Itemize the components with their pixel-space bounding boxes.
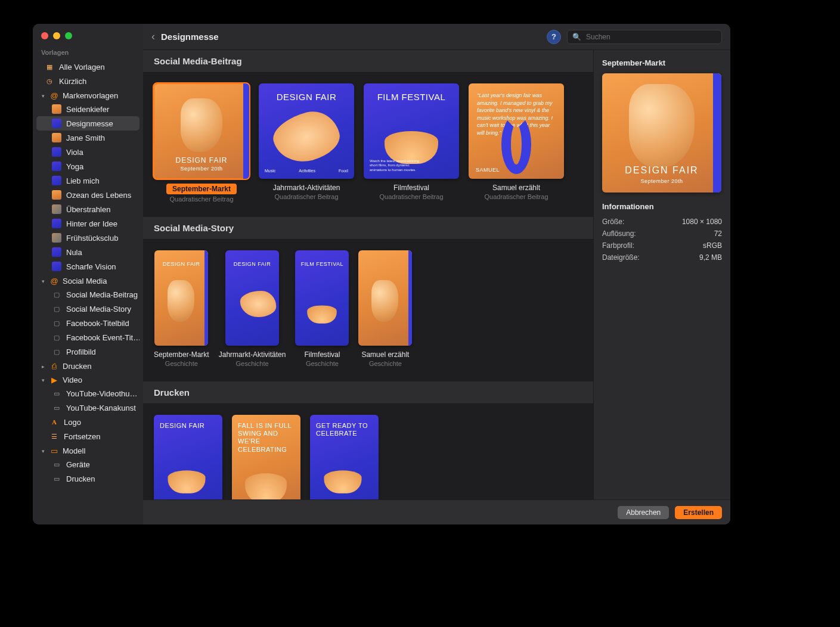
template-title: Filmfestival bbox=[393, 184, 429, 192]
template-card[interactable]: DESIGN FAIRMusicActivitiesFoodJahrmarkt-… bbox=[259, 83, 354, 203]
chevron-down-icon: ▾ bbox=[40, 278, 46, 284]
template-preview[interactable]: DESIGN FAIR bbox=[154, 250, 208, 346]
sidebar-group-brand-templates[interactable]: ▾ @ Markenvorlagen bbox=[36, 89, 140, 102]
sidebar-item[interactable]: Yoga bbox=[36, 159, 140, 173]
sidebar-group-social-media[interactable]: ▾ @ Social Media bbox=[36, 275, 140, 287]
template-card[interactable]: DESIGN FAIRSeptember-MarktGeschichte bbox=[154, 250, 209, 367]
sidebar-item[interactable]: Scharfe Vision bbox=[36, 259, 140, 274]
info-value: 1080 × 1080 bbox=[682, 218, 722, 226]
brand-thumbnail bbox=[52, 133, 61, 142]
search-input[interactable] bbox=[585, 32, 717, 42]
sidebar-item[interactable]: Überstrahlen bbox=[36, 202, 140, 216]
preview-subheading: September 20th bbox=[602, 178, 721, 184]
template-preview[interactable]: FALL IS IN FULL SWING AND WE'RE CELEBRAT… bbox=[232, 415, 300, 499]
type-icon: ▢ bbox=[52, 304, 61, 314]
sidebar-group-model[interactable]: ▾ ▭ Modell bbox=[36, 445, 140, 457]
sidebar-item[interactable]: Hinter der Idee bbox=[36, 216, 140, 231]
sidebar-item-label: Ozean des Lebens bbox=[66, 191, 131, 200]
sidebar-item[interactable]: Lieb mich bbox=[36, 173, 140, 188]
template-subtitle: Geschichte bbox=[236, 360, 269, 367]
cancel-button[interactable]: Abbrechen bbox=[618, 506, 669, 519]
sidebar-item-recent[interactable]: ◷ Kürzlich bbox=[36, 74, 140, 88]
sidebar-item[interactable]: ▢Facebook Event-Tit… bbox=[36, 330, 140, 344]
template-card[interactable]: DESIGN FAIRJahrmarkt-AktivitätenGeschich… bbox=[219, 250, 286, 367]
sidebar-item[interactable]: Nula bbox=[36, 245, 140, 259]
help-button[interactable]: ? bbox=[547, 30, 561, 44]
video-icon: ▶ bbox=[49, 375, 59, 384]
sidebar-item[interactable]: Designmesse bbox=[36, 116, 140, 131]
back-button[interactable]: ‹ bbox=[151, 30, 155, 43]
sidebar-item[interactable]: ▢Social Media-Story bbox=[36, 302, 140, 316]
sidebar-item[interactable]: ▢Facebook-Titelbild bbox=[36, 316, 140, 330]
template-card[interactable]: GET READY TO CELEBRATE bbox=[310, 415, 379, 499]
template-subtitle: Quadratischer Beitrag bbox=[275, 193, 339, 200]
sidebar-group-print[interactable]: ▸ ⎙ Drucken bbox=[36, 360, 140, 373]
sidebar-item[interactable]: Seidenkiefer bbox=[36, 102, 140, 116]
inspector-panel: September-Markt DESIGN FAIR September 20… bbox=[593, 50, 730, 499]
sidebar-item[interactable]: Ozean des Lebens bbox=[36, 188, 140, 202]
template-title: Jahrmarkt-Aktivitäten bbox=[219, 350, 286, 359]
sidebar-item[interactable]: ▭Geräte bbox=[36, 457, 140, 471]
search-icon: 🔍 bbox=[572, 33, 581, 41]
group-label: Markenvorlagen bbox=[63, 91, 118, 100]
template-preview[interactable]: DESIGN FAIRSeptember 20th bbox=[154, 83, 249, 179]
sidebar-item-label: Logo bbox=[64, 418, 81, 427]
template-card[interactable]: DESIGN FAIRSeptember 20thSeptember-Markt… bbox=[154, 83, 249, 203]
sidebar-item[interactable]: ▭Drucken bbox=[36, 471, 140, 486]
at-icon: @ bbox=[49, 91, 59, 100]
close-window-button[interactable] bbox=[41, 32, 48, 39]
sidebar-item-resume[interactable]: ☰ Fortsetzen bbox=[36, 429, 140, 443]
info-row: Dateigröße:9,2 MB bbox=[602, 252, 722, 263]
template-card[interactable]: DESIGN FAIR bbox=[154, 415, 222, 499]
template-preview[interactable]: DESIGN FAIRMusicActivitiesFood bbox=[259, 83, 354, 179]
brand-thumbnail bbox=[52, 233, 61, 243]
sidebar-item[interactable]: ▭YouTube-Videothu… bbox=[36, 386, 140, 401]
sidebar-item-label: Viola bbox=[66, 148, 83, 157]
template-preview[interactable]: GET READY TO CELEBRATE bbox=[310, 415, 379, 499]
sidebar-group-video[interactable]: ▾ ▶ Video bbox=[36, 374, 140, 386]
gallery-section-header: Social Media-Story bbox=[143, 217, 593, 240]
template-card[interactable]: "Last year's design fair was amazing. I … bbox=[469, 83, 564, 203]
template-subtitle: Quadratischer Beitrag bbox=[170, 195, 234, 203]
template-preview[interactable] bbox=[358, 250, 412, 346]
sidebar-section-label: Vorlagen bbox=[33, 46, 143, 60]
minimize-window-button[interactable] bbox=[53, 32, 60, 39]
search-field[interactable]: 🔍 bbox=[567, 30, 722, 44]
template-card[interactable]: FILM FESTIVALFilmfestivalGeschichte bbox=[295, 250, 349, 367]
gallery-section-header: Drucken bbox=[143, 381, 593, 404]
sidebar: Vorlagen ▦ Alle Vorlagen ◷ Kürzlich ▾ @ … bbox=[33, 24, 143, 524]
sidebar-item[interactable]: Viola bbox=[36, 145, 140, 159]
sidebar-item[interactable]: Jane Smith bbox=[36, 131, 140, 145]
group-label: Social Media bbox=[63, 277, 107, 285]
sidebar-item[interactable]: ▭YouTube-Kanakunst bbox=[36, 401, 140, 415]
template-preview[interactable]: DESIGN FAIR bbox=[154, 415, 222, 499]
sidebar-item[interactable]: Frühstücksclub bbox=[36, 231, 140, 245]
template-title: Samuel erzählt bbox=[361, 350, 409, 359]
sidebar-item-all-templates[interactable]: ▦ Alle Vorlagen bbox=[36, 60, 140, 74]
sidebar-item-label: Kürzlich bbox=[59, 77, 86, 86]
type-icon: ▢ bbox=[52, 347, 61, 356]
template-card[interactable]: FALL IS IN FULL SWING AND WE'RE CELEBRAT… bbox=[232, 415, 300, 499]
create-button[interactable]: Erstellen bbox=[675, 506, 722, 519]
template-preview[interactable]: DESIGN FAIR bbox=[225, 250, 279, 346]
group-label: Video bbox=[63, 375, 82, 384]
sidebar-item-label: YouTube-Videothu… bbox=[66, 389, 138, 398]
template-preview[interactable]: FILM FESTIVALWatch the latest award-winn… bbox=[364, 83, 459, 179]
sidebar-item-label: Designmesse bbox=[66, 119, 113, 128]
template-subtitle: Geschichte bbox=[306, 360, 339, 367]
sidebar-item-label: Social Media-Story bbox=[66, 305, 131, 314]
sidebar-item[interactable]: ▢Social Media-Beitrag bbox=[36, 287, 140, 302]
type-icon: ▢ bbox=[52, 290, 61, 299]
zoom-window-button[interactable] bbox=[65, 32, 72, 39]
sidebar-item-label: Frühstücksclub bbox=[66, 234, 118, 243]
template-preview[interactable]: FILM FESTIVAL bbox=[295, 250, 349, 346]
template-subtitle: Geschichte bbox=[369, 360, 402, 367]
template-gallery[interactable]: Social Media-BeitragDESIGN FAIRSeptember… bbox=[143, 50, 593, 499]
template-card[interactable]: Samuel erzähltGeschichte bbox=[358, 250, 412, 367]
template-subtitle: Quadratischer Beitrag bbox=[380, 193, 444, 200]
sidebar-item[interactable]: ▢Profilbild bbox=[36, 344, 140, 359]
sidebar-item-logo[interactable]: A Logo bbox=[36, 415, 140, 429]
template-preview[interactable]: "Last year's design fair was amazing. I … bbox=[469, 83, 564, 179]
group-label: Drucken bbox=[63, 362, 91, 371]
template-card[interactable]: FILM FESTIVALWatch the latest award-winn… bbox=[364, 83, 459, 203]
